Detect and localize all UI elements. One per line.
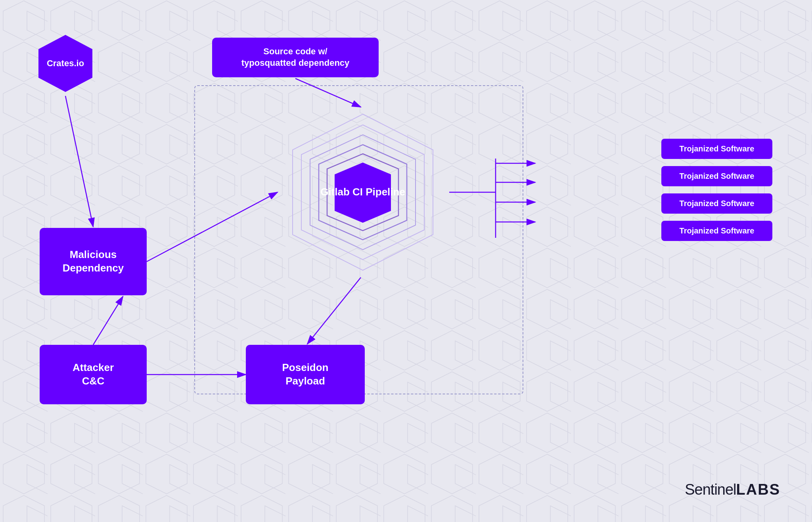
gitlab-ci-center: Gitlab CI Pipeline: [278, 107, 448, 277]
logo-sentinel-text: Sentinel: [685, 481, 736, 498]
source-code-box: Source code w/typosquatted dependency: [212, 38, 379, 77]
crates-label: Crates.io: [34, 32, 97, 95]
malicious-dependency-box: MaliciousDependency: [40, 228, 147, 295]
attacker-box: AttackerC&C: [40, 345, 147, 404]
trojanized-2: Trojanized Software: [661, 166, 772, 186]
gitlab-ci-label: Gitlab CI Pipeline: [320, 185, 405, 199]
trojanized-4: Trojanized Software: [661, 221, 772, 241]
trojanized-3: Trojanized Software: [661, 193, 772, 214]
sentinellabs-logo: Sentinel LABS: [685, 481, 780, 498]
trojanized-group: Trojanized Software Trojanized Software …: [661, 139, 772, 241]
poseidon-box: PoseidonPayload: [246, 345, 365, 404]
diagram: Crates.io MaliciousDependency Source cod…: [0, 0, 812, 522]
trojanized-1: Trojanized Software: [661, 139, 772, 159]
logo-labs-text: LABS: [736, 481, 780, 498]
